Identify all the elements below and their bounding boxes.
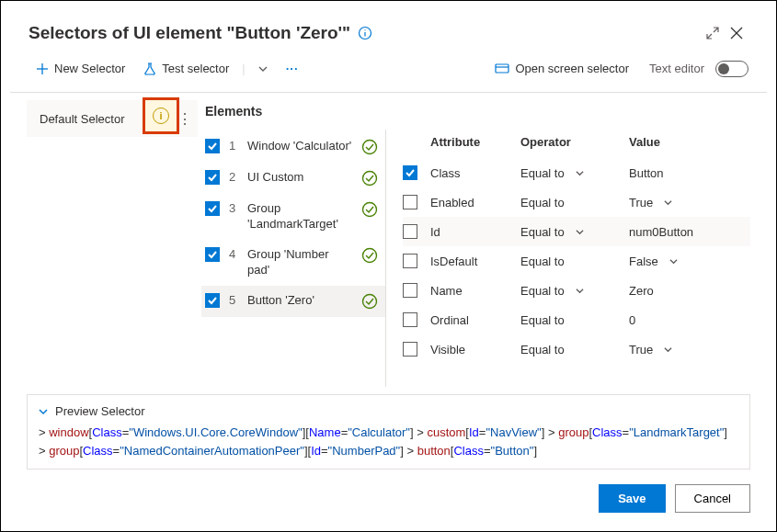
checkbox[interactable] <box>403 342 417 357</box>
attribute-value[interactable]: True <box>629 196 750 209</box>
attribute-name: Name <box>430 284 513 298</box>
element-name: Group 'Number pad' <box>247 247 352 278</box>
warning-icon: i <box>153 108 169 124</box>
svg-point-13 <box>363 294 377 308</box>
attr-head-attribute: Attribute <box>430 135 513 149</box>
chevron-down-icon[interactable] <box>669 257 678 266</box>
attribute-name: Id <box>430 225 513 239</box>
checkbox[interactable] <box>403 283 417 298</box>
flask-icon <box>143 62 156 75</box>
element-row[interactable]: 4Group 'Number pad' <box>201 240 385 286</box>
checkbox[interactable] <box>403 254 417 268</box>
dialog-title: Selectors of UI element "Button 'Zero'" <box>29 23 350 43</box>
attribute-row[interactable]: EnabledEqual toTrue <box>403 187 750 217</box>
close-button[interactable] <box>725 21 748 45</box>
warning-highlight: i <box>143 97 179 134</box>
element-name: UI Custom <box>247 170 352 186</box>
checkbox[interactable] <box>403 224 417 239</box>
element-index: 2 <box>229 170 238 184</box>
attribute-name: Ordinal <box>430 313 513 327</box>
ok-icon <box>361 293 378 310</box>
chevron-down-icon <box>39 407 48 416</box>
chevron-down-icon[interactable] <box>664 345 672 354</box>
svg-point-2 <box>365 29 366 30</box>
element-index: 5 <box>229 293 238 307</box>
element-name: Group 'LandmarkTarget' <box>247 201 352 232</box>
svg-rect-7 <box>496 64 508 73</box>
attribute-name: Visible <box>430 343 513 357</box>
open-screen-selector-button[interactable]: Open screen selector <box>487 58 636 79</box>
more-button[interactable]: ··· <box>279 58 306 79</box>
test-selector-dropdown[interactable] <box>251 61 275 77</box>
chevron-down-icon[interactable] <box>664 198 672 207</box>
element-index: 1 <box>229 139 238 153</box>
attribute-value[interactable]: num0Button <box>629 225 750 239</box>
attribute-row[interactable]: NameEqual toZero <box>403 276 750 305</box>
selector-list-item[interactable]: Default Selector i ⋮ <box>27 100 198 137</box>
new-selector-button[interactable]: New Selector <box>29 58 132 79</box>
checkbox[interactable] <box>403 165 417 180</box>
attribute-value[interactable]: Button <box>629 166 750 180</box>
element-name: Window 'Calculator' <box>247 139 352 154</box>
plus-icon <box>36 62 49 75</box>
attribute-row[interactable]: IdEqual tonum0Button <box>403 217 750 246</box>
attribute-row[interactable]: OrdinalEqual to0 <box>403 305 750 334</box>
chevron-down-icon[interactable] <box>576 228 584 236</box>
ok-icon <box>361 201 378 218</box>
ok-icon <box>361 170 378 187</box>
element-row[interactable]: 3Group 'LandmarkTarget' <box>201 194 385 240</box>
attribute-value[interactable]: True <box>629 343 750 357</box>
text-editor-toggle[interactable] <box>715 61 748 77</box>
attr-head-operator: Operator <box>520 135 622 149</box>
attribute-operator[interactable]: Equal to <box>520 196 622 209</box>
new-selector-label: New Selector <box>54 62 125 75</box>
svg-point-9 <box>363 141 377 154</box>
text-editor-label: Text editor <box>649 62 704 75</box>
attribute-value[interactable]: 0 <box>629 313 750 327</box>
attribute-operator[interactable]: Equal to <box>520 166 622 180</box>
element-row[interactable]: 5Button 'Zero' <box>201 286 385 317</box>
checkbox[interactable] <box>205 201 220 216</box>
chevron-down-icon[interactable] <box>576 287 584 295</box>
selector-menu-button[interactable]: ⋮ <box>177 110 192 128</box>
attribute-row[interactable]: IsDefaultEqual toFalse <box>403 246 750 276</box>
screen-icon <box>495 62 509 75</box>
elements-title: Elements <box>201 100 385 131</box>
test-selector-button[interactable]: Test selector <box>136 58 236 79</box>
expand-button[interactable] <box>701 21 725 45</box>
attribute-value[interactable]: False <box>629 255 750 268</box>
attribute-row[interactable]: VisibleEqual toTrue <box>403 334 750 364</box>
checkbox[interactable] <box>403 312 417 327</box>
checkbox[interactable] <box>205 139 220 153</box>
element-name: Button 'Zero' <box>247 293 352 309</box>
attribute-operator[interactable]: Equal to <box>520 284 622 298</box>
ok-icon <box>361 247 378 264</box>
preview-selector-label: Preview Selector <box>55 404 145 418</box>
chevron-down-icon[interactable] <box>576 169 584 177</box>
save-button[interactable]: Save <box>599 484 665 513</box>
info-icon[interactable] <box>358 26 372 40</box>
checkbox[interactable] <box>205 293 220 308</box>
attribute-operator[interactable]: Equal to <box>520 225 622 239</box>
attribute-value[interactable]: Zero <box>629 284 750 298</box>
attribute-name: Class <box>430 166 513 180</box>
preview-selector-toggle[interactable]: Preview Selector <box>39 404 738 418</box>
element-row[interactable]: 2UI Custom <box>201 163 385 194</box>
cancel-button[interactable]: Cancel <box>675 484 750 513</box>
element-index: 4 <box>229 247 238 261</box>
checkbox[interactable] <box>205 247 220 262</box>
svg-point-12 <box>363 248 377 262</box>
checkbox[interactable] <box>403 195 417 209</box>
attribute-row[interactable]: ClassEqual toButton <box>403 158 750 187</box>
attribute-operator[interactable]: Equal to <box>520 343 622 357</box>
ok-icon <box>361 139 378 155</box>
element-row[interactable]: 1Window 'Calculator' <box>201 131 385 163</box>
element-index: 3 <box>229 201 238 215</box>
preview-selector-text: > window[Class="Windows.UI.Core.CoreWind… <box>39 424 738 459</box>
svg-point-11 <box>363 203 377 217</box>
attr-head-value: Value <box>629 135 750 149</box>
attribute-operator[interactable]: Equal to <box>520 255 622 268</box>
attribute-operator[interactable]: Equal to <box>520 313 622 327</box>
test-selector-label: Test selector <box>162 62 229 75</box>
checkbox[interactable] <box>205 170 220 185</box>
